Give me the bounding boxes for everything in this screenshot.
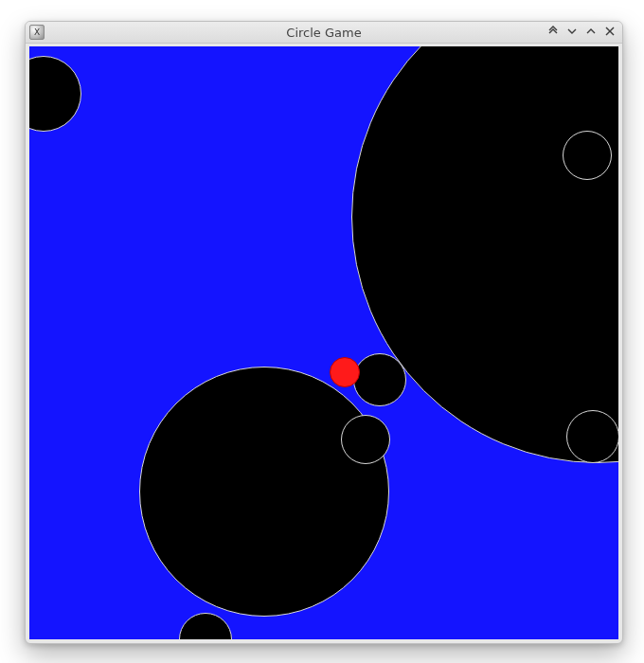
- close-icon[interactable]: [603, 26, 617, 39]
- obstacle-circle: [341, 415, 390, 464]
- titlebar[interactable]: X Circle Game: [26, 22, 622, 44]
- obstacle-circle: [563, 131, 612, 180]
- client-area: [29, 46, 618, 639]
- window-controls: [546, 26, 622, 39]
- obstacle-circle: [566, 410, 618, 463]
- player-circle[interactable]: [330, 357, 360, 387]
- roll-up-icon[interactable]: [546, 26, 560, 39]
- minimize-icon[interactable]: [565, 26, 579, 39]
- window-title: Circle Game: [26, 26, 622, 40]
- game-canvas[interactable]: [29, 46, 618, 639]
- app-icon: X: [29, 25, 45, 40]
- app-window: X Circle Game: [25, 21, 623, 644]
- maximize-icon[interactable]: [584, 26, 598, 39]
- app-icon-glyph: X: [34, 27, 40, 37]
- obstacle-circle: [353, 353, 406, 406]
- obstacle-circle: [139, 367, 389, 617]
